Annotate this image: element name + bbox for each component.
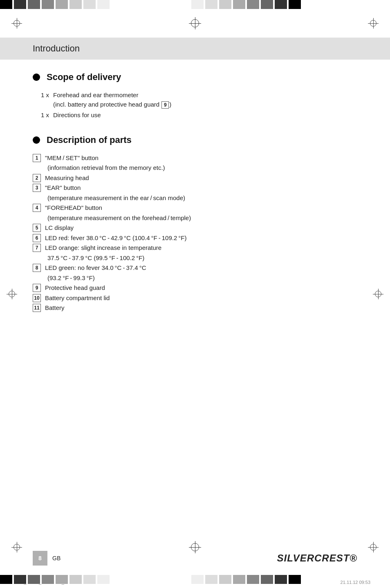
list-item: 7 LED orange: slight increase in tempera… bbox=[33, 243, 357, 253]
badge-3: 3 bbox=[33, 184, 41, 192]
badge-7: 7 bbox=[33, 244, 41, 252]
brand-name: SILVERCREST® bbox=[277, 552, 357, 564]
list-item: 8 LED green: no fever 34.0 °C - 37.4 °C bbox=[33, 263, 357, 273]
parts-text-8: LED green: no fever 34.0 °C - 37.4 °C bbox=[45, 263, 146, 273]
section-header-title: Introduction bbox=[33, 43, 80, 53]
list-item: 9 Protective head guard bbox=[33, 283, 357, 293]
parts-subtext-1: (information retrieval from the memory e… bbox=[47, 163, 165, 173]
parts-subtext-4: (temperature measurement on the forehead… bbox=[47, 214, 191, 223]
badge-1: 1 bbox=[33, 154, 41, 162]
list-item: 11 Battery bbox=[33, 303, 357, 313]
list-item: 1 x Forehead and ear thermometer (incl. … bbox=[41, 91, 357, 109]
center-crosshair-top bbox=[189, 17, 201, 29]
badge-9: 9 bbox=[33, 284, 41, 292]
parts-subtext-7: 37.5 °C - 37.9 °C (99.5 °F - 100.2 °F) bbox=[47, 254, 144, 263]
list-item-sub: (temperature measurement on the forehead… bbox=[47, 214, 357, 223]
parts-text-9: Protective head guard bbox=[45, 283, 105, 293]
brand-logo: SILVERCREST® bbox=[277, 552, 357, 564]
parts-text-6: LED red: fever 38.0 °C - 42.9 °C (100.4 … bbox=[45, 234, 186, 243]
badge-10: 10 bbox=[33, 294, 41, 302]
parts-list: 1 "MEM / SET" button (information retrie… bbox=[33, 154, 357, 313]
parts-text-1: "MEM / SET" button bbox=[45, 154, 99, 163]
description-of-parts-section: Description of parts bbox=[33, 135, 357, 145]
list-item: 3 "EAR" button bbox=[33, 183, 357, 193]
parts-subtext-8: (93.2 °F - 99.3 °F) bbox=[47, 274, 95, 283]
parts-text-5: LC display bbox=[45, 223, 74, 233]
list-item-sub: (information retrieval from the memory e… bbox=[47, 163, 357, 173]
list-item-sub: (93.2 °F - 99.3 °F) bbox=[47, 274, 357, 283]
delivery-text-1: Forehead and ear thermometer (incl. batt… bbox=[53, 91, 171, 109]
parts-subtext-3: (temperature measurement in the ear / sc… bbox=[47, 194, 185, 203]
scope-of-delivery-section: Scope of delivery bbox=[33, 72, 357, 82]
delivery-qty-2: 1 x bbox=[41, 111, 53, 120]
parts-text-2: Measuring head bbox=[45, 174, 89, 183]
badge-8: 8 bbox=[33, 264, 41, 272]
description-of-parts-heading: Description of parts bbox=[47, 135, 132, 145]
list-item: 1 "MEM / SET" button bbox=[33, 154, 357, 163]
delivery-text-2: Directions for use bbox=[53, 111, 101, 120]
page: Introduction Scope of delivery 1 x Foreh… bbox=[0, 0, 390, 588]
page-number-box: 8 bbox=[33, 551, 47, 566]
badge-11: 11 bbox=[33, 304, 41, 312]
scope-of-delivery-heading: Scope of delivery bbox=[47, 72, 121, 82]
parts-text-4: "FOREHEAD" button bbox=[45, 203, 102, 213]
parts-text-11: Battery bbox=[45, 303, 65, 313]
badge-5: 5 bbox=[33, 224, 41, 232]
page-number: 8 bbox=[38, 555, 42, 561]
list-item: 2 Measuring head bbox=[33, 174, 357, 183]
badge-2: 2 bbox=[33, 174, 41, 182]
scope-bullet bbox=[33, 74, 40, 81]
content-area: Scope of delivery 1 x Forehead and ear t… bbox=[0, 72, 390, 313]
list-item: 4 "FOREHEAD" button bbox=[33, 203, 357, 213]
delivery-list: 1 x Forehead and ear thermometer (incl. … bbox=[41, 91, 357, 120]
section-header: Introduction bbox=[0, 38, 390, 60]
page-language: GB bbox=[52, 555, 61, 561]
top-crosshair-area bbox=[0, 9, 390, 38]
badge-9-inline: 9 bbox=[161, 101, 169, 109]
right-crosshair-top bbox=[368, 18, 379, 29]
parts-text-3: "EAR" button bbox=[45, 183, 81, 193]
parts-text-10: Battery compartment lid bbox=[45, 294, 110, 303]
badge-4: 4 bbox=[33, 204, 41, 212]
top-reg-marks bbox=[0, 0, 390, 9]
footer: 8 GB SILVERCREST® bbox=[0, 551, 390, 566]
parts-bullet bbox=[33, 136, 40, 144]
list-item: 1 x Directions for use bbox=[41, 111, 357, 120]
delivery-qty-1: 1 x bbox=[41, 91, 53, 100]
list-item: 5 LC display bbox=[33, 223, 357, 233]
list-item: 10 Battery compartment lid bbox=[33, 294, 357, 303]
list-item-sub: 37.5 °C - 37.9 °C (99.5 °F - 100.2 °F) bbox=[47, 254, 357, 263]
badge-6: 6 bbox=[33, 234, 41, 242]
list-item: 6 LED red: fever 38.0 °C - 42.9 °C (100.… bbox=[33, 234, 357, 243]
list-item-sub: (temperature measurement in the ear / sc… bbox=[47, 194, 357, 203]
delivery-subtext-1: (incl. battery and protective head guard… bbox=[53, 101, 171, 108]
bottom-reg-marks bbox=[0, 575, 390, 584]
left-crosshair-top bbox=[11, 18, 22, 29]
parts-text-7: LED orange: slight increase in temperatu… bbox=[45, 243, 161, 253]
